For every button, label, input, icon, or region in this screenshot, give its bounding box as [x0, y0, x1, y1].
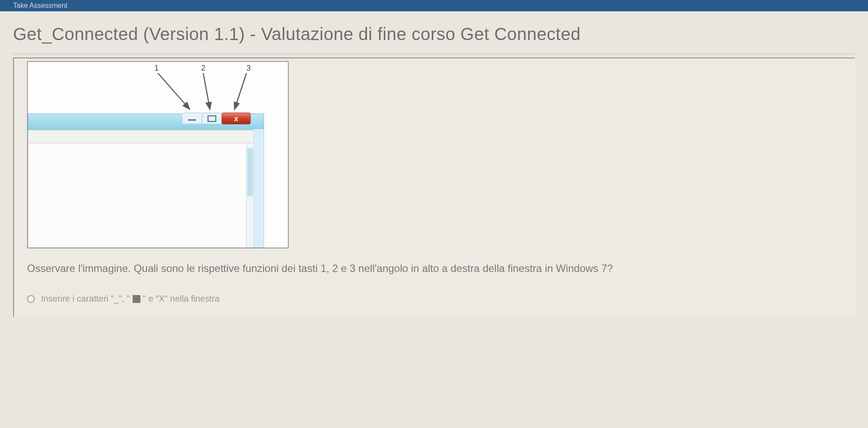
answer-option-text-post: " e "X" nella finestra: [143, 294, 220, 304]
radio-icon[interactable]: [27, 295, 35, 303]
minimize-button: [182, 113, 202, 124]
answer-option[interactable]: Inserire i caratteri "_", " " e "X" nell…: [27, 294, 842, 304]
maximize-button: [202, 113, 222, 124]
arrow-label-3: 3: [246, 64, 251, 72]
arrow-label-2: 2: [201, 64, 205, 72]
close-icon: x: [234, 115, 239, 123]
question-inner: 1 2 3: [14, 58, 855, 317]
page-body: Get_Connected (Version 1.1) - Valutazion…: [0, 11, 868, 428]
win7-client: [28, 143, 246, 248]
answer-option-label: Inserire i caratteri "_", " " e "X" nell…: [41, 294, 219, 304]
arrow-2: [203, 73, 210, 109]
question-figure: 1 2 3: [27, 61, 289, 248]
answer-option-text-pre: Inserire i caratteri "_", ": [41, 294, 130, 304]
arrow-label-1: 1: [154, 64, 159, 72]
answer-options: Inserire i caratteri "_", " " e "X" nell…: [27, 294, 842, 304]
maximize-glyph-icon: [133, 295, 140, 303]
page-title: Get_Connected (Version 1.1) - Valutazion…: [13, 20, 855, 54]
win7-scrollthumb: [247, 148, 253, 196]
win7-toolbar: [28, 130, 254, 143]
breadcrumb: Take Assessment: [0, 0, 868, 11]
arrow-3: [235, 73, 246, 109]
breadcrumb-text: Take Assessment: [13, 2, 68, 9]
figure-svg: 1 2 3: [28, 62, 288, 248]
arrow-1: [158, 73, 189, 109]
question-text: Osservare l'immagine. Quali sono le risp…: [27, 261, 842, 276]
minimize-icon: [188, 119, 196, 121]
question-frame: 1 2 3: [13, 58, 855, 317]
win7-frame-right: [253, 129, 264, 248]
